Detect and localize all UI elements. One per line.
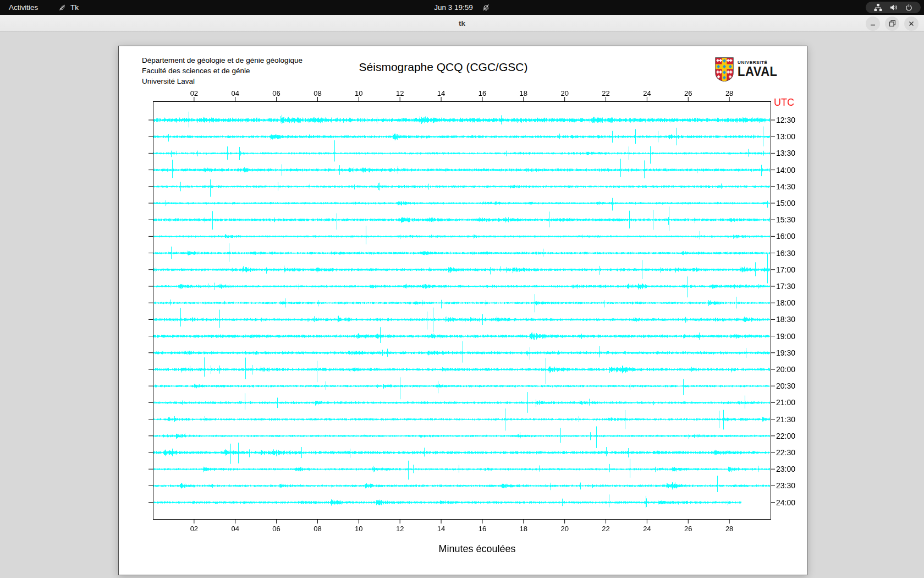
logo-laval-label: LAVAL — [738, 65, 778, 78]
activities-label: Activities — [9, 3, 38, 12]
svg-text:10: 10 — [355, 89, 362, 97]
svg-text:14: 14 — [437, 89, 445, 97]
tk-app-icon — [58, 3, 67, 12]
svg-text:26: 26 — [684, 525, 692, 533]
svg-text:22:30: 22:30 — [776, 448, 795, 457]
svg-text:08: 08 — [314, 525, 321, 533]
window-title: tk — [0, 15, 924, 32]
svg-text:06: 06 — [272, 89, 280, 97]
chart-axes: 0202040406060808101012121414161618182020… — [119, 85, 808, 569]
svg-text:10: 10 — [355, 525, 362, 533]
svg-text:22:00: 22:00 — [776, 432, 795, 440]
laval-logo-text: UNIVERSITÉ LAVAL — [738, 57, 779, 78]
window-titlebar: tk — [0, 15, 924, 32]
svg-text:UTC: UTC — [774, 97, 794, 108]
svg-text:21:00: 21:00 — [776, 398, 795, 407]
svg-text:04: 04 — [231, 525, 239, 533]
svg-text:15:30: 15:30 — [776, 215, 795, 224]
activities-button[interactable]: Activities — [3, 0, 43, 15]
svg-text:19:00: 19:00 — [776, 332, 795, 341]
svg-text:17:00: 17:00 — [776, 265, 795, 274]
clock-label: Jun 3 19:59 — [434, 3, 473, 12]
svg-text:18: 18 — [520, 525, 527, 533]
svg-text:24: 24 — [643, 525, 651, 533]
seismograph-canvas-window: Département de géologie et de génie géol… — [118, 46, 807, 575]
svg-text:23:30: 23:30 — [776, 481, 795, 490]
header-line-2: Faculté des sciences et de génie — [142, 66, 302, 76]
laval-shield-icon — [715, 57, 734, 81]
svg-text:16:00: 16:00 — [776, 232, 795, 241]
volume-icon — [889, 3, 898, 12]
svg-text:14:30: 14:30 — [776, 182, 795, 191]
institution-header: Département de géologie et de génie géol… — [142, 55, 302, 86]
svg-text:22: 22 — [602, 525, 609, 533]
restore-button[interactable] — [885, 17, 899, 31]
focused-app-menu[interactable]: Tk — [53, 0, 84, 15]
gnome-top-bar: Activities Tk Jun 3 19:59 — [0, 0, 924, 15]
svg-text:Minutes écoulées: Minutes écoulées — [438, 543, 515, 554]
network-icon — [874, 3, 882, 12]
svg-text:12:30: 12:30 — [776, 116, 795, 124]
chart-title: Séismographe QCQ (CGC/GSC) — [328, 61, 559, 74]
header-line-1: Département de géologie et de génie géol… — [142, 55, 302, 66]
svg-text:20:00: 20:00 — [776, 365, 795, 374]
svg-text:14: 14 — [437, 525, 445, 533]
svg-text:21:30: 21:30 — [776, 415, 795, 424]
svg-text:13:00: 13:00 — [776, 132, 795, 141]
svg-text:18: 18 — [520, 89, 527, 97]
svg-text:02: 02 — [190, 89, 198, 97]
restore-icon — [889, 20, 896, 27]
svg-text:24:00: 24:00 — [776, 498, 795, 507]
svg-text:12: 12 — [396, 89, 404, 97]
app-name-label: Tk — [70, 3, 79, 12]
svg-text:18:00: 18:00 — [776, 298, 795, 307]
svg-text:08: 08 — [314, 89, 321, 97]
svg-text:04: 04 — [231, 89, 239, 97]
svg-text:28: 28 — [725, 525, 733, 533]
system-status-area[interactable] — [866, 2, 921, 13]
notifications-disabled-icon — [482, 3, 490, 12]
svg-text:02: 02 — [190, 525, 198, 533]
minimize-icon — [870, 20, 876, 27]
svg-text:26: 26 — [684, 89, 692, 97]
svg-text:13:30: 13:30 — [776, 149, 795, 157]
svg-text:24: 24 — [643, 89, 651, 97]
universite-laval-logo: UNIVERSITÉ LAVAL — [715, 57, 779, 81]
close-icon — [908, 20, 915, 27]
svg-text:16:30: 16:30 — [776, 249, 795, 258]
window-controls — [866, 17, 919, 31]
svg-text:19:30: 19:30 — [776, 348, 795, 357]
power-icon — [905, 3, 913, 12]
svg-text:23:00: 23:00 — [776, 465, 795, 473]
svg-text:17:30: 17:30 — [776, 282, 795, 291]
svg-text:12: 12 — [396, 525, 404, 533]
svg-text:28: 28 — [725, 89, 733, 97]
svg-text:18:30: 18:30 — [776, 315, 795, 324]
svg-text:06: 06 — [272, 525, 280, 533]
screen: Activities Tk Jun 3 19:59 — [0, 0, 924, 578]
minimize-button[interactable] — [866, 17, 880, 31]
svg-text:16: 16 — [479, 89, 486, 97]
svg-text:20: 20 — [560, 89, 568, 97]
svg-text:15:00: 15:00 — [776, 199, 795, 208]
svg-text:20:30: 20:30 — [776, 381, 795, 390]
svg-text:14:00: 14:00 — [776, 166, 795, 175]
clock-menu[interactable]: Jun 3 19:59 — [434, 0, 490, 15]
svg-text:20: 20 — [560, 525, 568, 533]
svg-text:16: 16 — [479, 525, 486, 533]
close-button[interactable] — [904, 17, 919, 31]
svg-text:22: 22 — [602, 89, 609, 97]
tk-app-background: Département de géologie et de génie géol… — [0, 32, 924, 578]
